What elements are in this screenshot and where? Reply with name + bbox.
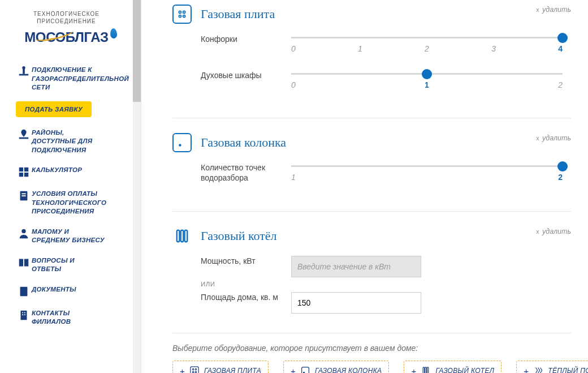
svg-rect-34 (425, 367, 426, 373)
burners-label: Конфорки (201, 34, 291, 44)
svg-point-11 (21, 229, 25, 233)
sidebar-item-calculator[interactable]: КАЛЬКУЛЯТОР (0, 160, 133, 184)
svg-rect-10 (21, 195, 25, 196)
svg-rect-26 (191, 367, 198, 373)
device-stove: х удалить Газовая плита Конфорки 0 1 2 3… (172, 0, 571, 118)
scrollbar-thumb[interactable] (133, 0, 141, 102)
svg-rect-35 (427, 367, 429, 373)
area-input[interactable] (291, 292, 421, 314)
svg-rect-17 (24, 314, 25, 315)
svg-point-22 (179, 144, 181, 146)
building-icon (16, 309, 32, 321)
book-icon (16, 256, 32, 269)
add-boiler-chip[interactable]: + ГАЗОВЫЙ КОТЕЛ (404, 361, 501, 373)
delete-boiler[interactable]: х удалить (536, 228, 571, 235)
svg-point-2 (22, 66, 25, 70)
svg-rect-14 (22, 312, 23, 313)
sidebar-item-regions[interactable]: РАЙОНЫ,ДОСТУПНЫЕ ДЛЯПОДКЛЮЧЕНИЯ (0, 123, 133, 161)
chooser-note: Выберите оборудование, которое присутств… (172, 344, 571, 353)
boiler-icon (172, 226, 192, 246)
equipment-chips: + ГАЗОВАЯ ПЛИТА + ГАЗОВАЯ КОЛОНКА + ГАЗО… (172, 361, 571, 373)
flame-icon (110, 28, 117, 39)
svg-rect-6 (19, 173, 23, 177)
sidebar-item-faq[interactable]: ВОПРОСЫ ИОТВЕТЫ (0, 251, 133, 280)
svg-point-19 (183, 11, 185, 13)
burners-slider[interactable]: 0 1 2 3 4 (291, 34, 563, 53)
stove-title: Газовая плита (201, 7, 275, 22)
main-content: х удалить Газовая плита Конфорки 0 1 2 3… (141, 0, 588, 373)
points-slider[interactable]: 1 2 (291, 162, 563, 182)
boiler-title: Газовый котёл (201, 229, 277, 243)
docs-icon (16, 285, 32, 298)
scrollbar[interactable] (133, 0, 141, 373)
svg-rect-7 (24, 173, 28, 177)
add-floor-chip[interactable]: + ТЁПЛЫЙ ПОЛ (516, 361, 588, 373)
floor-mini-icon (533, 366, 543, 373)
delete-stove[interactable]: х удалить (536, 6, 571, 14)
sidebar-item-contacts[interactable]: КОНТАКТЫФИЛИАЛОВ (0, 303, 133, 332)
device-heater: х удалить Газовая колонка Количество точ… (172, 128, 571, 212)
sidebar-item-payment[interactable]: УСЛОВИЯ ОПЛАТЫТЕХНОЛОГИЧЕСКОГОПРИСОЕДИНЕ… (0, 184, 133, 222)
svg-rect-4 (19, 168, 23, 172)
connection-icon (16, 66, 32, 78)
svg-rect-31 (302, 367, 309, 373)
heater-icon (172, 133, 192, 152)
svg-rect-23 (177, 230, 180, 242)
sidebar-item-small-business[interactable]: МАЛОМУ ИСРЕДНЕМУ БИЗНЕСУ (0, 222, 133, 251)
sidebar-item-documents[interactable]: ДОКУМЕНТЫ (0, 280, 133, 303)
svg-point-28 (195, 369, 196, 370)
heater-title: Газовая колонка (201, 135, 286, 150)
stove-mini-icon (189, 366, 200, 373)
device-boiler: х удалить Газовый котёл Мощность, кВт ИЛ… (172, 222, 571, 333)
document-icon (16, 190, 32, 202)
svg-point-18 (179, 11, 181, 13)
map-pin-icon (16, 128, 32, 141)
heater-mini-icon (300, 366, 310, 373)
power-input[interactable] (291, 256, 421, 277)
svg-point-27 (192, 369, 193, 370)
delete-heater[interactable]: х удалить (536, 134, 571, 142)
add-stove-chip[interactable]: + ГАЗОВАЯ ПЛИТА (172, 361, 269, 373)
svg-point-21 (183, 15, 185, 18)
or-label: ИЛИ (201, 281, 571, 288)
stove-icon (172, 5, 192, 24)
submit-button[interactable]: ПОДАТЬ ЗАЯВКУ (16, 101, 92, 117)
svg-rect-3 (19, 137, 29, 139)
calculator-icon (16, 166, 32, 178)
svg-rect-9 (21, 194, 25, 195)
ovens-slider[interactable]: 0 1 2 (291, 70, 563, 89)
add-heater-chip[interactable]: + ГАЗОВАЯ КОЛОНКА (283, 361, 389, 373)
area-label: Площадь дома, кв. м (201, 292, 291, 302)
svg-rect-16 (22, 314, 23, 315)
sidebar: ТЕХНОЛОГИЧЕСКОЕ ПРИСОЕДИНЕНИЕ МОСОБЛГАЗ … (0, 0, 141, 373)
svg-rect-5 (24, 168, 28, 172)
sidebar-item-connection[interactable]: ПОДКЛЮЧЕНИЕ КГАЗОРАСПРЕДЕЛИТЕЛЬНОЙСЕТИ (0, 60, 133, 98)
points-label: Количество точек водоразбора (201, 162, 291, 183)
svg-point-20 (179, 15, 181, 18)
svg-rect-33 (423, 367, 425, 373)
svg-rect-12 (20, 286, 28, 296)
ovens-label: Духовые шкафы (201, 70, 291, 80)
sidebar-nav: ПОДКЛЮЧЕНИЕ КГАЗОРАСПРЕДЕЛИТЕЛЬНОЙСЕТИ (0, 60, 133, 98)
power-label: Мощность, кВт (201, 256, 291, 266)
person-icon (16, 228, 32, 240)
svg-rect-25 (185, 230, 188, 242)
svg-rect-1 (23, 69, 25, 74)
svg-rect-0 (19, 74, 29, 76)
brand-tagline: ТЕХНОЛОГИЧЕСКОЕ ПРИСОЕДИНЕНИЕ (0, 10, 133, 25)
svg-rect-15 (24, 312, 25, 313)
boiler-mini-icon (421, 366, 431, 373)
brand-logo[interactable]: МОСОБЛГАЗ (0, 29, 133, 45)
svg-rect-13 (21, 310, 27, 320)
svg-rect-24 (181, 230, 184, 242)
